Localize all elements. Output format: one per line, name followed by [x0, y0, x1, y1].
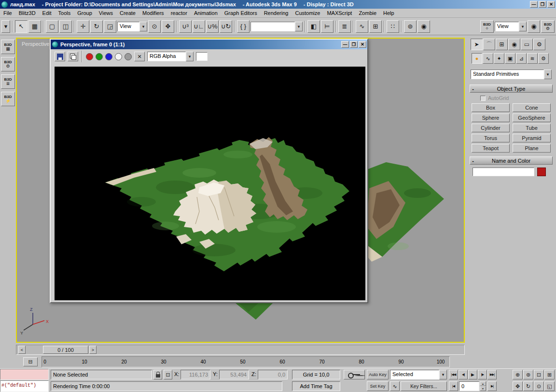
- dolly-icon[interactable]: ⊙: [534, 381, 544, 391]
- key-selection-dropdown[interactable]: Selected ▾: [390, 370, 447, 379]
- next-key-button[interactable]: ▶|: [487, 381, 497, 391]
- menu-help[interactable]: Help: [380, 9, 398, 17]
- zoom-extents-icon[interactable]: ⊡: [534, 370, 544, 379]
- minimize-button[interactable]: —: [341, 41, 349, 48]
- tab-motion[interactable]: ◉: [508, 39, 520, 50]
- blitz-view-dropdown[interactable]: View ▾: [495, 22, 527, 31]
- cylinder-button[interactable]: Cylinder: [472, 124, 510, 132]
- snap-toggle-button[interactable]: ∪³: [179, 20, 192, 33]
- box-button[interactable]: Box: [472, 103, 510, 112]
- pyramid-button[interactable]: Pyramid: [513, 134, 551, 142]
- name-color-rollout[interactable]: - Name and Color: [470, 156, 553, 165]
- torus-button[interactable]: Torus: [472, 134, 510, 142]
- curve-editor-button[interactable]: ∿: [356, 20, 368, 33]
- clear-button[interactable]: ✕: [134, 52, 145, 61]
- menu-modifiers[interactable]: Modifiers: [139, 9, 167, 17]
- blitz3d-render-button[interactable]: B3D ⚙: [541, 20, 555, 33]
- category-helpers[interactable]: ⊿: [516, 53, 527, 64]
- key-filters-button[interactable]: Key Filters...: [401, 381, 447, 391]
- rect-selection-region-button[interactable]: ▢: [46, 20, 58, 33]
- restore-button[interactable]: ❐: [350, 41, 358, 48]
- chevron-down-icon[interactable]: ▾: [295, 22, 303, 31]
- auto-key-button[interactable]: Auto Key: [367, 370, 389, 379]
- menu-views[interactable]: Views: [96, 9, 116, 17]
- select-by-name-button[interactable]: ▦: [28, 20, 41, 33]
- chevron-down-icon[interactable]: ▾: [139, 22, 147, 31]
- arc-rotate-icon[interactable]: ↻: [523, 381, 533, 391]
- layer-manager-button[interactable]: ≣: [338, 20, 351, 33]
- select-and-move-button[interactable]: ✛: [77, 20, 89, 33]
- previous-frame-button[interactable]: ◀|: [459, 370, 468, 379]
- go-to-end-button[interactable]: ▶▶|: [487, 370, 497, 379]
- primitive-category-dropdown[interactable]: Standard Primitives ▾: [471, 70, 552, 79]
- align-button[interactable]: ⊨: [321, 20, 334, 33]
- rendered-frame-window[interactable]: Perspective, frame 0 (1:1) — ❐ ✕ ✕ RGB A…: [50, 39, 368, 303]
- geosphere-button[interactable]: GeoSphere: [513, 113, 551, 122]
- select-and-manipulate-button[interactable]: ✥: [162, 20, 174, 33]
- pan-icon[interactable]: ✥: [513, 381, 523, 391]
- tab-create[interactable]: ➤: [471, 39, 483, 50]
- chevron-down-icon[interactable]: ▾: [439, 370, 447, 379]
- category-shapes[interactable]: ∿: [483, 53, 493, 64]
- blitz3d-export-button[interactable]: B3D ✧: [480, 20, 494, 33]
- select-object-button[interactable]: ↖: [15, 20, 28, 33]
- teapot-button[interactable]: Teapot: [472, 144, 510, 153]
- menu-customize[interactable]: Customize: [292, 9, 323, 17]
- set-keys-button[interactable]: [344, 370, 365, 379]
- next-frame-button[interactable]: >: [89, 346, 97, 354]
- select-and-rotate-button[interactable]: ↻: [90, 20, 103, 33]
- frame-spinner[interactable]: ▲ ▼: [480, 381, 486, 391]
- named-selection-dropdown[interactable]: ▾: [250, 22, 303, 31]
- zoom-icon[interactable]: ⊕: [513, 370, 523, 379]
- schematic-view-button[interactable]: ⊞: [369, 20, 382, 33]
- menu-graph-editors[interactable]: Graph Editors: [221, 9, 261, 17]
- add-time-tag[interactable]: Add Time Tag: [292, 381, 340, 391]
- red-channel-button[interactable]: [86, 53, 93, 60]
- current-frame-field[interactable]: 0: [459, 381, 479, 391]
- category-cameras[interactable]: ▣: [505, 53, 515, 64]
- quick-render-button[interactable]: ◉: [417, 20, 430, 33]
- menu-tools[interactable]: Tools: [55, 9, 74, 17]
- menu-create[interactable]: Create: [116, 9, 139, 17]
- channel-display-dropdown[interactable]: RGB Alpha ▾: [147, 52, 194, 61]
- object-type-rollout[interactable]: - Object Type: [470, 84, 553, 93]
- use-pivot-center-button[interactable]: ⊙: [148, 20, 161, 33]
- blue-channel-button[interactable]: [105, 53, 112, 60]
- close-button[interactable]: ✕: [359, 41, 366, 48]
- chevron-down-icon[interactable]: ▾: [544, 70, 552, 79]
- go-to-start-button[interactable]: |◀◀: [449, 370, 458, 379]
- tab-modify[interactable]: ⌒: [483, 39, 495, 50]
- tube-button[interactable]: Tube: [513, 124, 551, 132]
- maxscript-macro-recorder[interactable]: [0, 369, 49, 380]
- absolute-offset-toggle[interactable]: ⊡: [164, 370, 172, 379]
- category-geometry[interactable]: ●: [472, 53, 482, 64]
- named-selection-sets-button[interactable]: { }: [237, 20, 250, 33]
- tab-utilities[interactable]: ⚙: [533, 39, 545, 50]
- zoom-all-icon[interactable]: ⊛: [523, 370, 533, 379]
- close-button[interactable]: ✕: [547, 1, 555, 8]
- z-coordinate-field[interactable]: 0,0: [258, 370, 288, 379]
- window-crossing-toggle[interactable]: ◫: [59, 20, 72, 33]
- object-name-input[interactable]: [473, 168, 534, 176]
- angle-snap-button[interactable]: ∪∟: [193, 20, 205, 33]
- time-slider[interactable]: < 0 / 100 >: [16, 345, 465, 355]
- menu-rendering[interactable]: Rendering: [261, 9, 292, 17]
- spinner-snap-button[interactable]: ∪↻: [220, 20, 232, 33]
- menu-blitz3d[interactable]: Blitz3D: [15, 9, 39, 17]
- previous-frame-button[interactable]: <: [18, 346, 26, 354]
- menu-animation[interactable]: Animation: [191, 9, 221, 17]
- material-editor-button[interactable]: ∷: [387, 20, 399, 33]
- track-bar-ruler[interactable]: 0 10 20 30 40 50 60 70 80 90 100: [42, 356, 450, 367]
- render-setup-button[interactable]: ⊚: [404, 20, 417, 33]
- spinner-down-icon[interactable]: ▼: [480, 386, 486, 391]
- tab-display[interactable]: ▭: [521, 39, 533, 50]
- object-color-swatch[interactable]: [537, 168, 546, 176]
- toolbar-overflow-dropdown[interactable]: ▾: [1, 20, 10, 33]
- viewport-label[interactable]: Perspective: [22, 41, 49, 47]
- chevron-down-icon[interactable]: ▾: [186, 52, 194, 61]
- chevron-down-icon[interactable]: ▾: [519, 22, 527, 31]
- category-systems[interactable]: ⚙: [538, 53, 549, 64]
- maxscript-mini-listener[interactable]: #("default"): [0, 380, 49, 392]
- x-coordinate-field[interactable]: 116,173: [181, 370, 210, 379]
- previous-key-button[interactable]: |◀: [449, 381, 458, 391]
